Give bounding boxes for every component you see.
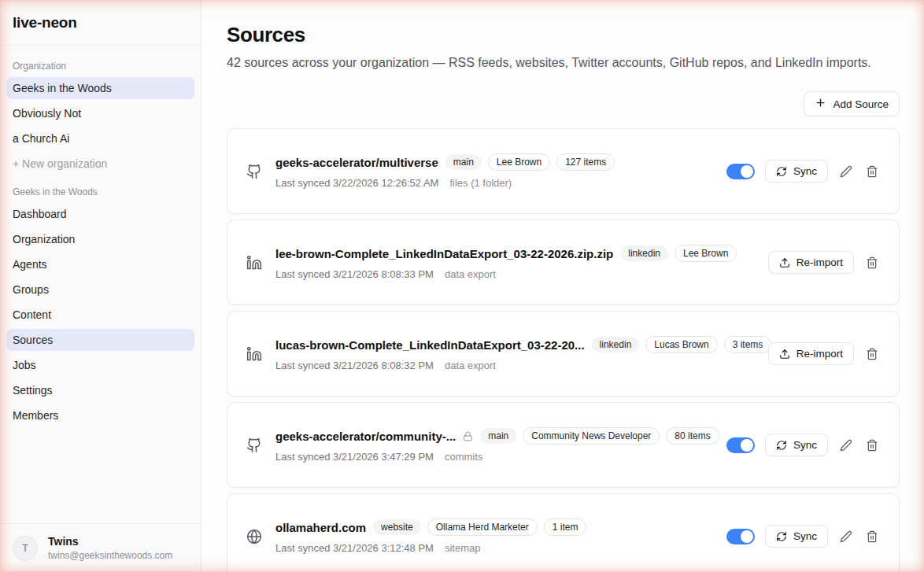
delete-button[interactable]	[864, 255, 880, 271]
source-badges: mainLee Brown127 items	[445, 153, 615, 171]
sidebar-item-groups[interactable]: Groups	[6, 279, 194, 301]
github-icon	[246, 437, 262, 453]
edit-button[interactable]	[838, 529, 854, 544]
source-card-body: lucas-brown-Complete_LinkedInDataExport_…	[275, 336, 755, 371]
source-sub-row: Last synced 3/21/2026 3:12:48 PM sitemap	[275, 542, 713, 554]
last-synced-text: Last synced 3/22/2026 12:26:52 AM	[275, 177, 438, 189]
page-title: Sources	[227, 23, 900, 47]
nav-list: DashboardOrganizationAgentsGroupsContent…	[6, 203, 194, 426]
enabled-toggle[interactable]	[726, 437, 755, 453]
primary-action-label: Re-import	[796, 256, 843, 268]
badge-3-items: 3 items	[724, 336, 772, 353]
sidebar-item-members[interactable]: Members	[6, 404, 194, 426]
badge-lee-brown: Lee Brown	[488, 153, 550, 171]
linkedin-icon	[246, 346, 262, 362]
refresh-icon	[776, 166, 787, 177]
source-detail-text: files (1 folder)	[449, 177, 512, 189]
source-detail-text: data export	[445, 360, 496, 371]
badge-linkedin: linkedin	[620, 245, 668, 261]
source-detail-text: data export	[445, 268, 496, 280]
source-controls: Sync	[726, 160, 880, 183]
organization-item-a-church-ai[interactable]: a Church Ai	[6, 127, 194, 149]
sidebar-item-dashboard[interactable]: Dashboard	[6, 203, 194, 225]
app-title: live-neon	[13, 14, 188, 31]
re-import-button[interactable]: Re-import	[768, 251, 854, 274]
source-title-row: lee-brown-Complete_LinkedInDataExport_03…	[275, 245, 755, 262]
source-card: geeks-accelerator/multiverse mainLee Bro…	[227, 128, 900, 214]
source-sub-row: Last synced 3/22/2026 12:26:52 AM files …	[275, 177, 713, 189]
primary-action-label: Re-import	[796, 348, 843, 360]
avatar: T	[13, 536, 38, 561]
source-card-body: geeks-accelerator/multiverse mainLee Bro…	[275, 153, 713, 189]
source-detail-text: commits	[445, 451, 482, 463]
sidebar-header: live-neon	[0, 0, 201, 46]
source-badges: linkedinLucas Brown3 items	[592, 336, 772, 353]
source-badges: websiteOllama Herd Marketer1 item	[373, 518, 586, 536]
source-sub-row: Last synced 3/21/2026 3:47:29 PM commits	[275, 451, 713, 463]
badge-main: main	[445, 154, 482, 170]
last-synced-text: Last synced 3/21/2026 8:08:33 PM	[275, 268, 434, 280]
last-synced-text: Last synced 3/21/2026 3:12:48 PM	[275, 542, 434, 554]
sidebar-item-settings[interactable]: Settings	[6, 379, 194, 401]
enabled-toggle[interactable]	[726, 529, 755, 544]
nav-section-label: Geeks in the Woods	[6, 178, 194, 203]
sidebar-item-agents[interactable]: Agents	[6, 253, 194, 275]
sync-button[interactable]: Sync	[765, 160, 828, 183]
source-sub-row: Last synced 3/21/2026 8:08:32 PM data ex…	[275, 360, 755, 371]
delete-button[interactable]	[864, 164, 880, 179]
sidebar-item-organization[interactable]: Organization	[6, 228, 194, 250]
badge-127-items: 127 items	[556, 153, 615, 171]
sidebar-item-jobs[interactable]: Jobs	[6, 354, 194, 376]
delete-button[interactable]	[864, 437, 880, 453]
badge-linkedin: linkedin	[592, 337, 640, 352]
sidebar-item-sources[interactable]: Sources	[6, 329, 194, 351]
lock-icon	[463, 431, 473, 441]
sidebar: live-neon Organization Geeks in the Wood…	[0, 0, 201, 572]
add-source-label: Add Source	[833, 98, 889, 110]
sidebar-nav: Organization Geeks in the WoodsObviously…	[0, 46, 201, 523]
enabled-toggle[interactable]	[726, 164, 755, 179]
app-window: live-neon Organization Geeks in the Wood…	[0, 0, 924, 572]
source-controls: Re-import	[768, 342, 880, 365]
source-title: geeks-accelerator/community-...	[275, 430, 456, 443]
badge-80-items: 80 items	[666, 427, 719, 445]
sidebar-item-content[interactable]: Content	[6, 304, 194, 326]
new-organization-button[interactable]: + New organization	[6, 153, 194, 175]
source-title-row: geeks-accelerator/community-... mainComm…	[275, 427, 713, 445]
delete-button[interactable]	[864, 529, 880, 544]
source-card: lucas-brown-Complete_LinkedInDataExport_…	[227, 311, 900, 397]
organization-item-obviously-not[interactable]: Obviously Not	[6, 102, 194, 124]
organization-item-geeks-in-the-woods[interactable]: Geeks in the Woods	[6, 77, 194, 99]
source-title: ollamaherd.com	[275, 521, 366, 534]
source-card: geeks-accelerator/community-... mainComm…	[227, 402, 900, 488]
user-name: Twins	[48, 535, 172, 548]
source-card: lee-brown-Complete_LinkedInDataExport_03…	[227, 220, 900, 305]
source-title: lee-brown-Complete_LinkedInDataExport_03…	[275, 247, 613, 260]
globe-icon	[246, 529, 262, 544]
upload-icon	[779, 257, 790, 268]
delete-button[interactable]	[864, 346, 880, 362]
source-detail-text: sitemap	[445, 542, 481, 554]
sync-button[interactable]: Sync	[765, 525, 828, 548]
source-controls: Sync	[726, 434, 880, 456]
re-import-button[interactable]: Re-import	[768, 342, 854, 365]
add-source-button[interactable]: Add Source	[804, 91, 900, 116]
badge-lucas-brown: Lucas Brown	[645, 336, 717, 353]
organization-list: Geeks in the WoodsObviously Nota Church …	[6, 77, 194, 149]
source-list: geeks-accelerator/multiverse mainLee Bro…	[227, 128, 900, 572]
plus-icon	[815, 97, 826, 111]
primary-action-label: Sync	[793, 439, 817, 451]
toolbar: Add Source	[227, 91, 900, 116]
edit-button[interactable]	[838, 437, 854, 453]
org-section-label: Organization	[6, 52, 194, 77]
primary-action-label: Sync	[793, 530, 817, 542]
github-icon	[246, 164, 262, 179]
toggle-knob	[741, 530, 753, 543]
source-badges: mainCommunity News Developer80 items	[480, 427, 719, 445]
sync-button[interactable]: Sync	[765, 434, 828, 456]
last-synced-text: Last synced 3/21/2026 8:08:32 PM	[275, 360, 434, 371]
edit-button[interactable]	[838, 164, 854, 179]
user-email: twins@geeksinthewoods.com	[48, 550, 172, 561]
source-controls: Re-import	[768, 251, 880, 274]
user-panel[interactable]: T Twins twins@geeksinthewoods.com	[0, 523, 201, 572]
